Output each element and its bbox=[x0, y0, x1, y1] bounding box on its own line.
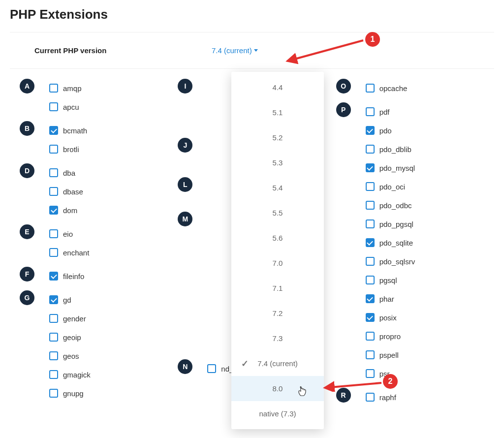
checkbox-pdo_sqlite[interactable] bbox=[366, 238, 375, 247]
extension-label[interactable]: geoip bbox=[63, 333, 81, 342]
checkbox-dba[interactable] bbox=[49, 168, 58, 177]
checkbox-opcache[interactable] bbox=[366, 84, 375, 93]
extension-label[interactable]: gd bbox=[63, 296, 71, 304]
checkbox-phar[interactable] bbox=[366, 294, 375, 303]
checkbox-pdo[interactable] bbox=[366, 126, 375, 135]
group-items: opcache bbox=[336, 79, 494, 97]
checkbox-gd[interactable] bbox=[49, 295, 58, 304]
extension-label[interactable]: pgsql bbox=[379, 276, 397, 284]
extension-label[interactable]: bcmath bbox=[63, 126, 87, 135]
checkbox-dbase[interactable] bbox=[49, 187, 58, 196]
checkbox-apcu[interactable] bbox=[49, 102, 58, 111]
extension-label[interactable]: eio bbox=[63, 230, 73, 238]
version-option[interactable]: 5.4 bbox=[231, 175, 324, 200]
version-option[interactable]: 7.1 bbox=[231, 276, 324, 301]
checkbox-pspell[interactable] bbox=[366, 350, 375, 359]
extension-row-geoip: geoip bbox=[49, 328, 178, 346]
version-option[interactable]: 8.0 bbox=[231, 376, 324, 401]
extension-row-dba: dba bbox=[49, 163, 178, 182]
version-option[interactable]: 7.0 bbox=[231, 250, 324, 276]
checkbox-dom[interactable] bbox=[49, 206, 58, 215]
extension-label[interactable]: dba bbox=[63, 169, 75, 177]
extension-row-dbase: dbase bbox=[49, 182, 178, 201]
checkbox-nd_pdo_mysql[interactable] bbox=[207, 364, 216, 373]
checkbox-geos[interactable] bbox=[49, 351, 58, 360]
checkbox-enchant[interactable] bbox=[49, 248, 58, 257]
letter-badge: A bbox=[20, 79, 34, 94]
extension-label[interactable]: pdf bbox=[379, 108, 390, 116]
checkbox-pdo_dblib[interactable] bbox=[366, 145, 375, 154]
checkbox-psr[interactable] bbox=[366, 369, 375, 378]
extension-row-gd: gd bbox=[49, 290, 178, 309]
extension-label[interactable]: brotli bbox=[63, 145, 79, 154]
checkbox-eio[interactable] bbox=[49, 229, 58, 238]
extension-label[interactable]: posix bbox=[379, 313, 397, 322]
version-option[interactable]: native (7.3) bbox=[231, 401, 324, 426]
extension-label[interactable]: pdo_mysql bbox=[379, 164, 415, 172]
caret-down-icon bbox=[254, 49, 258, 52]
extension-label[interactable]: gmagick bbox=[63, 371, 91, 379]
checkbox-posix[interactable] bbox=[366, 313, 375, 322]
extension-row-pdo: pdo bbox=[366, 121, 494, 140]
extension-row-pgsql: pgsql bbox=[366, 271, 494, 289]
extension-label[interactable]: enchant bbox=[63, 249, 89, 257]
extension-row-propro: propro bbox=[366, 327, 494, 345]
checkbox-pdo_sqlsrv[interactable] bbox=[366, 257, 375, 266]
checkbox-pdf[interactable] bbox=[366, 107, 375, 116]
extension-label[interactable]: geos bbox=[63, 352, 79, 360]
extension-row-gmagick: gmagick bbox=[49, 365, 178, 384]
checkbox-propro[interactable] bbox=[366, 332, 375, 341]
version-option[interactable]: 5.2 bbox=[231, 125, 324, 150]
extension-label[interactable]: pdo_oci bbox=[379, 183, 406, 191]
extension-label[interactable]: opcache bbox=[379, 84, 408, 93]
php-version-dropdown-menu[interactable]: 4.45.15.25.35.45.55.67.07.17.27.37.4 (cu… bbox=[231, 72, 324, 429]
version-option[interactable]: 5.6 bbox=[231, 225, 324, 250]
extension-label[interactable]: pspell bbox=[379, 351, 399, 359]
checkbox-pgsql[interactable] bbox=[366, 276, 375, 284]
version-option[interactable]: 7.4 (current) bbox=[231, 351, 324, 376]
checkbox-pdo_odbc[interactable] bbox=[366, 201, 375, 210]
version-row: Current PHP version 7.4 (current) bbox=[10, 32, 494, 68]
extension-label[interactable]: apcu bbox=[63, 103, 79, 111]
checkbox-pdo_pgsql[interactable] bbox=[366, 219, 375, 228]
letter-group: Eeioenchant bbox=[20, 224, 178, 262]
extension-label[interactable]: fileinfo bbox=[63, 272, 84, 281]
checkbox-fileinfo[interactable] bbox=[49, 272, 58, 281]
column: OopcachePpdfpdopdo_dblibpdo_mysqlpdo_oci… bbox=[336, 79, 494, 411]
extension-label[interactable]: dbase bbox=[63, 188, 83, 196]
version-option[interactable]: 5.1 bbox=[231, 100, 324, 125]
extension-label[interactable]: pdo_sqlsrv bbox=[379, 257, 415, 266]
checkbox-amqp[interactable] bbox=[49, 84, 58, 93]
page-title: PHP Extensions bbox=[10, 0, 494, 32]
letter-badge: B bbox=[20, 121, 34, 136]
version-option[interactable]: 4.4 bbox=[231, 75, 324, 100]
extension-label[interactable]: pdo_odbc bbox=[379, 201, 412, 210]
version-label: Current PHP version bbox=[34, 46, 212, 55]
extension-label[interactable]: raphf bbox=[379, 393, 396, 402]
version-option[interactable]: 7.3 bbox=[231, 326, 324, 351]
extension-label[interactable]: pdo_dblib bbox=[379, 145, 411, 154]
checkbox-bcmath[interactable] bbox=[49, 126, 58, 135]
checkbox-brotli[interactable] bbox=[49, 145, 58, 154]
extension-label[interactable]: pdo_sqlite bbox=[379, 239, 413, 247]
checkbox-pdo_mysql[interactable] bbox=[366, 163, 375, 172]
version-option[interactable]: 5.3 bbox=[231, 150, 324, 175]
extension-label[interactable]: gnupg bbox=[63, 389, 84, 398]
php-version-dropdown-trigger[interactable]: 7.4 (current) bbox=[212, 46, 258, 55]
checkbox-pdo_oci[interactable] bbox=[366, 182, 375, 191]
extension-label[interactable]: dom bbox=[63, 206, 77, 215]
version-option[interactable]: 5.5 bbox=[231, 200, 324, 225]
checkbox-gender[interactable] bbox=[49, 314, 58, 323]
extension-label[interactable]: pdo bbox=[379, 126, 392, 135]
checkbox-gnupg[interactable] bbox=[49, 389, 58, 398]
extension-label[interactable]: gender bbox=[63, 314, 86, 323]
extension-label[interactable]: phar bbox=[379, 295, 394, 303]
extension-label[interactable]: pdo_pgsql bbox=[379, 220, 413, 228]
extension-label[interactable]: amqp bbox=[63, 84, 82, 93]
extension-row-posix: posix bbox=[366, 308, 494, 327]
checkbox-geoip[interactable] bbox=[49, 333, 58, 342]
version-option[interactable]: 7.2 bbox=[231, 301, 324, 326]
checkbox-raphf[interactable] bbox=[366, 393, 375, 402]
checkbox-gmagick[interactable] bbox=[49, 370, 58, 379]
extension-label[interactable]: propro bbox=[379, 332, 401, 341]
